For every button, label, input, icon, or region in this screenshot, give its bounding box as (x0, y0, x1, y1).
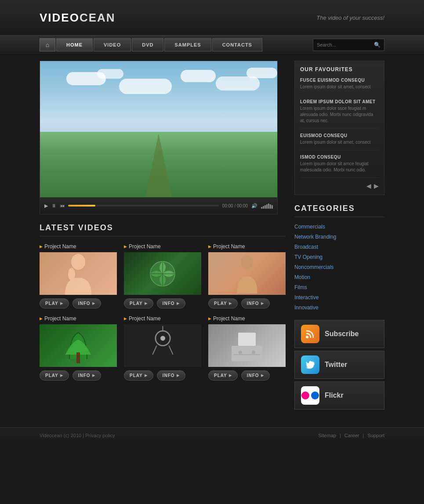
flickr-button[interactable]: Flickr (294, 381, 384, 410)
nav-home-button[interactable]: ⌂ (40, 38, 55, 51)
categories-title: CATEGORIES (294, 204, 384, 217)
logo-suffix: CEAN (80, 11, 116, 24)
header: VIDEOCEAN The video of your success! (0, 0, 424, 35)
video-controls: ▶ ⏸ ⏮ 00:00 / 00:00 🔊 (40, 197, 277, 214)
fav-next-btn[interactable]: ▶ (374, 182, 379, 189)
svg-point-5 (241, 255, 253, 268)
videos-grid: Project Name PLAY INFO (40, 243, 286, 381)
footer-link-career[interactable]: Career (344, 433, 359, 438)
video-btn-row-1: PLAY INFO (40, 298, 117, 308)
footer: Videocean (c) 2010 | Privacy policy Site… (0, 427, 424, 443)
category-item-5: Motion (294, 273, 384, 281)
play-btn-3[interactable]: PLAY (208, 298, 238, 308)
svg-point-0 (71, 254, 85, 270)
svg-rect-14 (238, 333, 256, 346)
info-btn-1[interactable]: INFO (72, 298, 101, 308)
category-link-4[interactable]: Noncommercials (294, 264, 333, 270)
play-btn-6[interactable]: PLAY (208, 370, 238, 381)
fav-nav: ◀ ▶ (300, 182, 379, 189)
nav-item-home[interactable]: HOME (56, 38, 93, 51)
category-item-1: Network Branding (294, 232, 384, 240)
subscribe-label: Subscribe (325, 330, 359, 338)
category-link-0[interactable]: Commercials (294, 224, 325, 230)
video-btn-row-2: PLAY INFO (124, 298, 201, 308)
progress-bar[interactable] (68, 205, 219, 207)
play-btn-1[interactable]: PLAY (40, 298, 69, 308)
fav-title-4: ISMOD CONSEQU (300, 155, 379, 160)
category-link-2[interactable]: Broadcast (294, 244, 318, 250)
category-link-8[interactable]: Innovative (294, 305, 319, 311)
twitter-button[interactable]: Twitter (294, 351, 384, 379)
category-link-7[interactable]: Interactive (294, 294, 319, 301)
info-btn-3[interactable]: INFO (241, 298, 270, 308)
video-item-title-6: Project Name (208, 315, 286, 322)
svg-point-18 (306, 336, 308, 338)
video-item-6: Project Name PLAY INFO (208, 315, 286, 381)
stop-button[interactable]: ⏮ (60, 203, 65, 208)
video-thumb-2 (124, 252, 201, 295)
play-button[interactable]: ▶ (44, 203, 48, 209)
field-path (145, 134, 172, 197)
volume-icon: 🔊 (251, 203, 257, 209)
video-screen (40, 61, 277, 197)
video-item-title-3: Project Name (208, 243, 286, 250)
svg-point-16 (239, 351, 242, 354)
flickr-icon (301, 386, 319, 405)
category-link-5[interactable]: Motion (294, 274, 310, 280)
category-item-6: Films (294, 283, 384, 291)
time-display: 00:00 / 00:00 (222, 203, 248, 208)
subscribe-button[interactable]: Subscribe (294, 320, 384, 348)
volume-bars (261, 203, 273, 209)
video-btn-row-5: PLAY INFO (124, 370, 201, 381)
category-item-0: Commercials (294, 222, 384, 230)
twitter-label: Twitter (325, 361, 347, 369)
info-btn-5[interactable]: INFO (157, 370, 185, 381)
latest-videos-section: LATEST VIDEOS Project Name (40, 223, 286, 381)
video-btn-row-4: PLAY INFO (40, 370, 117, 381)
search-box[interactable]: 🔍 (313, 39, 384, 51)
nav-item-video[interactable]: VIDEO (94, 38, 131, 51)
sidebar: OUR FAVOURITES FUSCE EUISMOD CONSEQU Lor… (294, 61, 384, 412)
flickr-dot-blue (311, 392, 319, 399)
fav-desc-4: Lorem ipsum dolor sit amce feugiat males… (300, 161, 379, 173)
footer-separator-2: | (363, 433, 366, 438)
play-btn-4[interactable]: PLAY (40, 370, 69, 381)
nav-item-contacts[interactable]: CONTACTS (212, 38, 262, 51)
fav-prev-btn[interactable]: ◀ (366, 182, 371, 189)
svg-point-12 (160, 336, 165, 341)
category-link-6[interactable]: Films (294, 284, 307, 290)
search-icon: 🔍 (374, 42, 381, 48)
video-item-5: Project Name PLAY INFO (124, 315, 201, 381)
category-link-1[interactable]: Network Branding (294, 234, 336, 240)
footer-link-support[interactable]: Support (367, 433, 384, 438)
video-clouds (40, 65, 277, 134)
fav-item-3: EUISMOD CONSEQU Lorem ipsum dolor sit am… (300, 133, 379, 150)
video-btn-row-6: PLAY INFO (208, 370, 286, 381)
nav-item-samples[interactable]: SAMPLES (164, 38, 211, 51)
flickr-dots (301, 392, 319, 399)
info-btn-4[interactable]: INFO (72, 370, 101, 381)
video-field-bg (40, 132, 277, 197)
fav-desc-2: Lorem ipsum dolor ssce feugiat m alesuad… (300, 105, 379, 124)
favourites-title: OUR FAVOURITES (300, 66, 379, 73)
footer-separator-1: | (340, 433, 342, 438)
flickr-dot-pink (301, 392, 309, 399)
search-input[interactable] (317, 42, 374, 47)
play-btn-2[interactable]: PLAY (124, 298, 153, 308)
progress-fill (68, 205, 95, 207)
fav-title-2: LOREM IPSUM DOLOR SIT AMET (300, 99, 379, 104)
pause-button[interactable]: ⏸ (51, 203, 56, 208)
video-item-title-1: Project Name (40, 243, 117, 250)
footer-link-sitemap[interactable]: Sitemap (319, 433, 336, 438)
play-btn-5[interactable]: PLAY (124, 370, 153, 381)
logo: VIDEOCEAN (40, 11, 116, 25)
category-link-3[interactable]: TV Opening (294, 254, 323, 260)
info-btn-2[interactable]: INFO (157, 298, 185, 308)
fav-desc-1: Lorem ipsum dolor sit amet, consect (300, 84, 379, 90)
video-thumb-4 (40, 324, 117, 367)
svg-rect-7 (76, 352, 80, 363)
fav-title-3: EUISMOD CONSEQU (300, 133, 379, 138)
info-btn-6[interactable]: INFO (241, 370, 270, 381)
video-item-2: Project Name (124, 243, 201, 308)
nav-item-dvd[interactable]: DVD (132, 38, 163, 51)
